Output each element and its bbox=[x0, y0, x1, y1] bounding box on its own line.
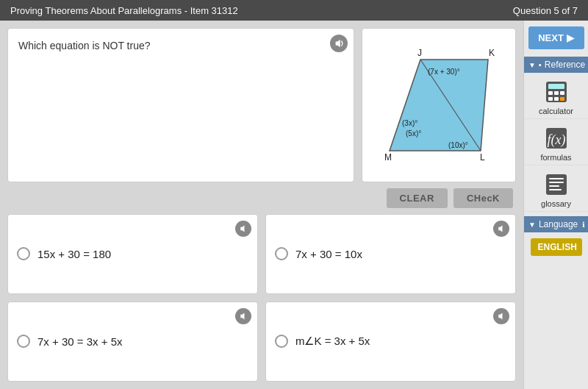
reference-label: Reference bbox=[545, 60, 585, 70]
angle-m1-label: (3x)° bbox=[402, 119, 417, 127]
action-row: CLEAR CHecK bbox=[7, 188, 516, 208]
calculator-svg bbox=[543, 79, 570, 105]
main-layout: Which equation is NOT true? bbox=[0, 21, 588, 389]
svg-rect-13 bbox=[554, 97, 559, 101]
choices-grid: 15x + 30 = 180 7x + 30 = 10x bbox=[7, 214, 516, 382]
reference-triangle-icon: ▼ bbox=[528, 61, 536, 69]
calculator-item[interactable]: calculator bbox=[524, 73, 588, 119]
svg-rect-8 bbox=[548, 84, 564, 89]
calculator-label: calculator bbox=[539, 107, 573, 115]
svg-rect-11 bbox=[560, 91, 564, 95]
svg-rect-17 bbox=[546, 174, 567, 195]
audio-btn-b[interactable] bbox=[493, 221, 509, 237]
parallelogram-diagram: J K M L (7x + 30)° (3x)° (5x)° (10x)° bbox=[369, 46, 509, 164]
reference-box-icon: ▪ bbox=[539, 60, 542, 69]
radio-a[interactable] bbox=[17, 247, 30, 260]
svg-rect-21 bbox=[549, 189, 562, 190]
svg-marker-4 bbox=[498, 226, 502, 232]
next-label: NEXT bbox=[538, 32, 564, 43]
choice-text-d: m∠K = 3x + 5x bbox=[295, 335, 370, 348]
svg-rect-18 bbox=[549, 178, 564, 179]
diagram-box: J K M L (7x + 30)° (3x)° (5x)° (10x)° bbox=[362, 28, 516, 182]
language-button[interactable]: ENGLISH bbox=[531, 238, 582, 256]
angle-l-label: (10x)° bbox=[448, 141, 468, 149]
reference-header[interactable]: ▼ ▪ Reference bbox=[524, 57, 588, 73]
svg-rect-14 bbox=[560, 97, 564, 101]
language-triangle-icon: ▼ bbox=[528, 221, 536, 229]
page-title: Proving Theorems About Parallelograms - … bbox=[10, 5, 238, 16]
next-button[interactable]: NEXT ▶ bbox=[528, 26, 584, 49]
calculator-icon bbox=[543, 79, 570, 105]
audio-btn-a[interactable] bbox=[235, 221, 251, 237]
formulas-label: formulas bbox=[540, 153, 571, 162]
clear-button[interactable]: CLEAR bbox=[387, 188, 448, 208]
choice-card-a: 15x + 30 = 180 bbox=[7, 214, 258, 294]
audio-btn-c[interactable] bbox=[235, 308, 251, 324]
formulas-icon: f(x) bbox=[543, 125, 570, 151]
svg-rect-12 bbox=[548, 97, 553, 101]
next-arrow-icon: ▶ bbox=[567, 32, 574, 43]
choice-card-c: 7x + 30 = 3x + 5x bbox=[7, 301, 258, 382]
svg-rect-9 bbox=[548, 91, 553, 95]
choice-text-b: 7x + 30 = 10x bbox=[295, 248, 362, 260]
label-j: J bbox=[417, 48, 422, 58]
glossary-svg bbox=[543, 171, 570, 198]
question-text: Which equation is NOT true? bbox=[18, 40, 151, 51]
speaker-icon-b bbox=[497, 224, 506, 233]
label-l: L bbox=[480, 152, 485, 163]
speaker-icon-d bbox=[497, 312, 506, 321]
reference-section: ▼ ▪ Reference bbox=[524, 57, 588, 212]
speaker-icon-a bbox=[239, 224, 248, 233]
question-audio-button[interactable] bbox=[330, 35, 348, 52]
svg-marker-0 bbox=[336, 40, 340, 48]
sidebar: NEXT ▶ ▼ ▪ Reference bbox=[523, 21, 588, 389]
svg-marker-3 bbox=[240, 226, 244, 232]
svg-text:f(x): f(x) bbox=[547, 132, 565, 148]
choice-card-d: m∠K = 3x + 5x bbox=[265, 301, 516, 382]
glossary-label: glossary bbox=[541, 199, 571, 208]
label-m: M bbox=[384, 152, 392, 163]
svg-rect-10 bbox=[554, 91, 559, 95]
check-button[interactable]: CHecK bbox=[453, 188, 513, 208]
language-section: ▼ Language ℹ ENGLISH bbox=[524, 216, 588, 262]
svg-rect-19 bbox=[549, 182, 564, 183]
content-area: Which equation is NOT true? bbox=[0, 21, 523, 389]
choice-text-c: 7x + 30 = 3x + 5x bbox=[37, 335, 123, 348]
speaker-icon-c bbox=[239, 312, 248, 321]
svg-marker-6 bbox=[498, 313, 502, 319]
audio-btn-d[interactable] bbox=[493, 308, 509, 324]
choice-card-b: 7x + 30 = 10x bbox=[265, 214, 516, 294]
radio-c[interactable] bbox=[17, 335, 30, 348]
svg-rect-20 bbox=[549, 185, 559, 187]
choice-text-a: 15x + 30 = 180 bbox=[37, 248, 111, 260]
label-k: K bbox=[489, 48, 495, 58]
language-info-icon: ℹ bbox=[582, 221, 585, 229]
speaker-icon bbox=[334, 38, 344, 49]
glossary-icon bbox=[543, 171, 570, 198]
formulas-svg: f(x) bbox=[543, 125, 570, 151]
glossary-item[interactable]: glossary bbox=[524, 165, 588, 212]
question-info: Question 5 of 7 bbox=[513, 5, 578, 16]
question-box: Which equation is NOT true? bbox=[7, 28, 354, 182]
header: Proving Theorems About Parallelograms - … bbox=[0, 0, 588, 21]
radio-d[interactable] bbox=[275, 335, 288, 348]
svg-marker-5 bbox=[240, 313, 244, 319]
angle-m2-label: (5x)° bbox=[406, 129, 421, 138]
angle-jk-label: (7x + 30)° bbox=[428, 68, 460, 76]
top-section: Which equation is NOT true? bbox=[7, 28, 516, 182]
radio-b[interactable] bbox=[275, 247, 288, 260]
formulas-item[interactable]: f(x) formulas bbox=[524, 119, 588, 165]
language-header[interactable]: ▼ Language ℹ bbox=[524, 216, 588, 232]
language-label: Language bbox=[539, 219, 578, 229]
